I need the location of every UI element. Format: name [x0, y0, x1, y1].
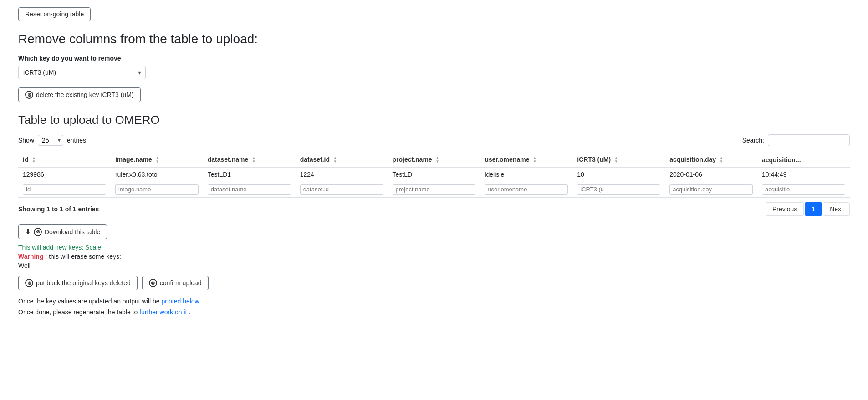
warning-text-content: : this will erase some keys:: [45, 253, 121, 260]
filter-cell-acquisition-time: [757, 181, 850, 198]
key-dropdown-wrapper: iCRT3 (uM): [18, 66, 146, 79]
cell-acquisition-day: 2020-01-06: [665, 168, 757, 181]
filter-cell-user-omename: [480, 181, 572, 198]
footer-note-2: Once done, please regenerate the table t…: [18, 308, 850, 316]
info-add-keys: This will add new keys: Scale: [18, 244, 850, 251]
download-table-label: Download this table: [45, 228, 100, 236]
put-back-circle-icon: ⊗: [25, 279, 33, 287]
col-header-id[interactable]: id ▲▼: [18, 152, 111, 168]
show-label: Show: [18, 137, 34, 144]
remove-columns-title: Remove columns from the table to upload:: [18, 32, 850, 46]
show-entries-select-wrapper: 25 10 50 100: [38, 135, 63, 146]
show-entries-control: Show 25 10 50 100 entries: [18, 135, 86, 146]
filter-cell-dataset-name: [203, 181, 296, 198]
upload-table-title: Table to upload to OMERO: [18, 113, 850, 127]
next-button[interactable]: Next: [823, 202, 850, 216]
footer-note-1-suffix: .: [201, 297, 203, 305]
col-header-acquisition-time[interactable]: acquisition...: [757, 152, 850, 168]
cell-acquisition-time: 10:44:49: [757, 168, 850, 181]
footer-note-1: Once the key values are updated an outpu…: [18, 297, 850, 305]
pagination-controls: Previous 1 Next: [766, 202, 850, 216]
filter-cell-image-name: [111, 181, 203, 198]
put-back-keys-button[interactable]: ⊗ put back the original keys deleted: [18, 276, 138, 290]
pagination-area: Showing 1 to 1 of 1 entries Previous 1 N…: [18, 202, 850, 216]
page-1-button[interactable]: 1: [805, 202, 822, 216]
table-filter-row: [18, 181, 850, 198]
sort-icon-dataset-id: ▲▼: [333, 156, 337, 164]
put-back-keys-label: put back the original keys deleted: [36, 279, 131, 287]
filter-input-user-omename[interactable]: [485, 184, 568, 195]
cell-user-omename: ldelisle: [480, 168, 572, 181]
filter-input-dataset-id[interactable]: [300, 184, 383, 195]
show-entries-select[interactable]: 25 10 50 100: [38, 135, 63, 146]
filter-input-project-name[interactable]: [393, 184, 476, 195]
col-header-project-name[interactable]: project.name ▲▼: [388, 152, 480, 168]
footer-note-2-suffix: .: [189, 308, 190, 316]
sort-icon-project-name: ▲▼: [436, 156, 439, 164]
delete-key-label: delete the existing key iCRT3 (uM): [36, 91, 134, 98]
footer-note-1-link[interactable]: printed below: [161, 297, 199, 305]
search-label: Search:: [742, 137, 764, 144]
entries-label: entries: [67, 137, 86, 144]
warning-keys-list: Well: [18, 262, 850, 269]
col-header-acquisition-day[interactable]: acquisition.day ▲▼: [665, 152, 757, 168]
col-header-dataset-name[interactable]: dataset.name ▲▼: [203, 152, 296, 168]
filter-cell-acquisition-day: [665, 181, 757, 198]
filter-input-acquisition-day[interactable]: [669, 184, 753, 195]
delete-circle-icon: ⊗: [25, 91, 33, 99]
col-header-user-omename[interactable]: user.omename ▲▼: [480, 152, 572, 168]
showing-prefix: Showing: [18, 205, 45, 213]
filter-cell-dataset-id: [296, 181, 388, 198]
sort-icon-acquisition-day: ▲▼: [720, 156, 723, 164]
confirm-upload-button[interactable]: ⊗ confirm upload: [142, 276, 209, 290]
showing-count: 1: [73, 205, 77, 213]
search-control: Search:: [742, 134, 850, 146]
filter-input-id[interactable]: [23, 184, 106, 195]
cell-icrt3: 10: [572, 168, 665, 181]
key-remove-label: Which key do you want to remove: [18, 55, 850, 62]
cell-dataset-name: TestLD1: [203, 168, 296, 181]
filter-cell-id: [18, 181, 111, 198]
download-icon: ⬇: [25, 227, 31, 236]
cell-id: 129986: [18, 168, 111, 181]
filter-cell-icrt3: [572, 181, 665, 198]
confirm-circle-icon: ⊗: [149, 279, 157, 287]
reset-ongoing-table-button[interactable]: Reset on-going table: [18, 7, 91, 21]
previous-button[interactable]: Previous: [766, 202, 804, 216]
table-header-row: id ▲▼ image.name ▲▼ dataset.name ▲▼ data…: [18, 152, 850, 168]
sort-icon-id: ▲▼: [32, 156, 36, 164]
filter-input-image-name[interactable]: [115, 184, 199, 195]
cell-dataset-id: 1224: [296, 168, 388, 181]
search-input[interactable]: [768, 134, 850, 146]
showing-range: 1 to 1: [46, 205, 63, 213]
showing-of: of: [65, 205, 71, 213]
filter-input-icrt3[interactable]: [577, 184, 660, 195]
filter-cell-project-name: [388, 181, 480, 198]
action-buttons-row: ⊗ put back the original keys deleted ⊗ c…: [18, 276, 850, 290]
upload-table: id ▲▼ image.name ▲▼ dataset.name ▲▼ data…: [18, 152, 850, 198]
col-header-icrt3[interactable]: iCRT3 (uM) ▲▼: [572, 152, 665, 168]
col-header-dataset-id[interactable]: dataset.id ▲▼: [296, 152, 388, 168]
table-controls: Show 25 10 50 100 entries Search:: [18, 134, 850, 146]
key-dropdown[interactable]: iCRT3 (uM): [18, 66, 146, 79]
warning-erase-keys: Warning : this will erase some keys:: [18, 253, 850, 260]
cell-project-name: TestLD: [388, 168, 480, 181]
footer-note-1-prefix: Once the key values are updated an outpu…: [18, 297, 160, 305]
sort-icon-dataset-name: ▲▼: [252, 156, 255, 164]
warning-label: Warning: [18, 253, 43, 260]
delete-key-button[interactable]: ⊗ delete the existing key iCRT3 (uM): [18, 87, 141, 102]
sort-icon-user-omename: ▲▼: [533, 156, 536, 164]
filter-input-acquisition-time[interactable]: [762, 184, 845, 195]
download-table-button[interactable]: ⬇ ⊗ Download this table: [18, 224, 107, 239]
sort-icon-icrt3: ▲▼: [614, 156, 618, 164]
sort-icon-image-name: ▲▼: [156, 156, 159, 164]
download-circle-icon: ⊗: [34, 228, 42, 236]
filter-input-dataset-name[interactable]: [208, 184, 291, 195]
confirm-upload-label: confirm upload: [160, 279, 202, 287]
footer-note-2-prefix: Once done, please regenerate the table t…: [18, 308, 138, 316]
cell-image-name: ruler.x0.63.toto: [111, 168, 203, 181]
col-header-image-name[interactable]: image.name ▲▼: [111, 152, 203, 168]
showing-suffix: entries: [78, 205, 99, 213]
showing-text: Showing 1 to 1 of 1 entries: [18, 205, 99, 213]
footer-note-2-link[interactable]: further work on it: [139, 308, 187, 316]
